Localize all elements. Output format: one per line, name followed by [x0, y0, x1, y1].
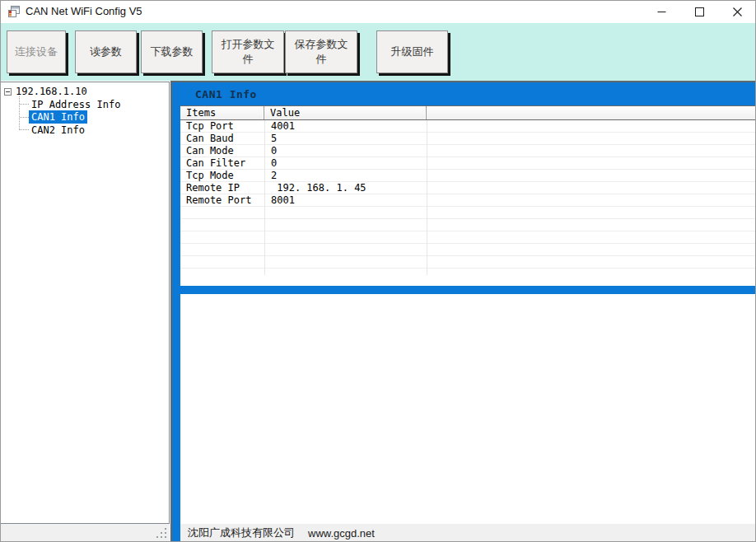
- status-bar: 沈阳广成科技有限公司 www.gcgd.net: [180, 524, 756, 542]
- toolbar: 连接设备 读参数 下载参数 打开参数文件 保存参数文件 升级固件 GCAN-21…: [0, 23, 756, 81]
- item-value: 5: [264, 133, 427, 145]
- tree-connector-stub: [20, 117, 29, 118]
- item-name: Can Mode: [180, 145, 264, 157]
- upgrade-firmware-button[interactable]: 升级固件: [376, 30, 448, 73]
- title-bar: CAN Net WiFi Config V5: [0, 0, 756, 23]
- item-value: 4001: [264, 120, 427, 133]
- table-body: Tcp Port 4001 Can Baud 5 Can Mode 0 Can …: [180, 120, 756, 280]
- open-param-file-button[interactable]: 打开参数文件: [212, 30, 284, 73]
- application-window: CAN Net WiFi Config V5 连接设备 读参数 下载参数 打开参…: [0, 0, 756, 542]
- resize-grip-icon[interactable]: [155, 526, 168, 540]
- tree-connector-line: [19, 96, 20, 130]
- table-row[interactable]: Remote Port 8001: [180, 194, 756, 207]
- column-header-value[interactable]: Value: [264, 106, 427, 119]
- item-value: 192. 168. 1. 45: [264, 182, 427, 194]
- table-row[interactable]: Remote IP 192. 168. 1. 45: [180, 182, 756, 194]
- section-title: CAN1 Info: [195, 88, 257, 100]
- collapse-icon[interactable]: [4, 88, 12, 96]
- table-row[interactable]: Tcp Port 4001: [180, 120, 756, 133]
- table-row[interactable]: Tcp Mode 2: [180, 170, 756, 182]
- main-panel: CAN1 Info Items Value Tcp Port 4001 Can …: [170, 81, 756, 542]
- tree-connector-stub: [20, 104, 29, 105]
- item-value: 0: [264, 145, 427, 157]
- item-name: Tcp Port: [180, 120, 264, 133]
- tree-node-device-ip[interactable]: 192.168.1.10: [13, 85, 90, 98]
- connect-device-button[interactable]: 连接设备: [7, 30, 66, 73]
- minimize-button[interactable]: [642, 0, 680, 24]
- table-header-row: Items Value: [180, 105, 756, 120]
- item-name: Remote Port: [180, 194, 264, 207]
- lower-empty-panel: [180, 294, 756, 524]
- table-row[interactable]: Can Baud 5: [180, 133, 756, 145]
- close-button[interactable]: [718, 0, 756, 24]
- tree-node-ip-address-info[interactable]: IP Address Info: [29, 98, 123, 111]
- item-name: Can Baud: [180, 133, 264, 145]
- window-title: CAN Net WiFi Config V5: [26, 5, 142, 17]
- tree-node-can2-info[interactable]: CAN2 Info: [29, 124, 87, 137]
- column-header-items[interactable]: Items: [180, 106, 264, 119]
- table-row[interactable]: Can Filter 0: [180, 157, 756, 170]
- tree-connector-stub: [20, 129, 29, 130]
- device-tree: 192.168.1.10 IP Address Info CAN1 Info C…: [0, 82, 170, 524]
- item-value: 2: [264, 170, 427, 182]
- item-name: Tcp Mode: [180, 170, 264, 182]
- app-window-icon: [7, 5, 21, 18]
- item-value: 8001: [264, 194, 427, 207]
- company-name: 沈阳广成科技有限公司: [188, 526, 295, 540]
- tree-node-can1-info[interactable]: CAN1 Info: [29, 110, 87, 124]
- parameters-table: Items Value Tcp Port 4001 Can Baud 5 Can…: [180, 105, 756, 281]
- item-name: Can Filter: [180, 157, 264, 170]
- save-param-file-button[interactable]: 保存参数文件: [285, 30, 357, 73]
- item-name: Remote IP: [180, 182, 264, 194]
- panel-spacer: [180, 280, 756, 286]
- read-params-button[interactable]: 读参数: [75, 30, 137, 73]
- item-value: 0: [264, 157, 427, 170]
- tree-bottom-strip: [0, 524, 170, 542]
- table-row[interactable]: Can Mode 0: [180, 145, 756, 157]
- maximize-button[interactable]: [680, 0, 718, 24]
- download-params-button[interactable]: 下载参数: [141, 30, 203, 73]
- website-url: www.gcgd.net: [308, 527, 375, 540]
- column-header-blank[interactable]: [427, 106, 756, 119]
